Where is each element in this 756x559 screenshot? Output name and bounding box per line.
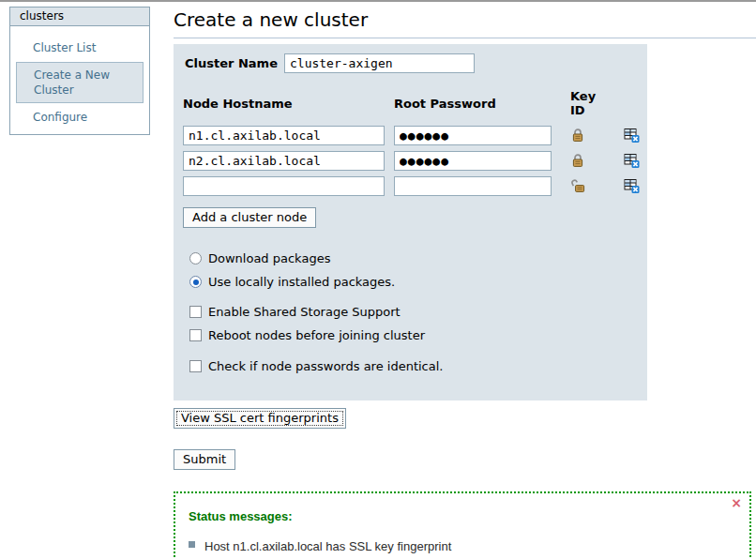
cluster-name-input[interactable] <box>284 53 475 73</box>
checkbox-row-reboot-nodes: Reboot nodes before joining cluster <box>189 328 647 342</box>
main-content: Create a new cluster Cluster Name Node H… <box>174 2 756 559</box>
delete-row-icon[interactable] <box>624 178 652 194</box>
status-message: Host n1.cl.axilab.local has SSL key fing… <box>189 536 736 559</box>
node-hostname-input[interactable] <box>183 151 385 171</box>
options-checkbox-group: Enable Shared Storage Support Reboot nod… <box>189 305 647 373</box>
sidebar-item-configure[interactable]: Configure <box>10 107 149 128</box>
sidebar-item-create-new-cluster[interactable]: Create a New Cluster <box>16 62 144 103</box>
lock-closed-icon <box>561 128 614 144</box>
checkbox-shared-storage[interactable] <box>189 306 202 318</box>
node-hostname-input[interactable] <box>183 176 385 196</box>
radio-use-local-packages[interactable] <box>189 276 202 288</box>
cluster-name-row: Cluster Name <box>183 53 647 73</box>
radio-label: Download packages <box>208 251 330 265</box>
checkbox-row-shared-storage: Enable Shared Storage Support <box>189 305 647 319</box>
radio-label: Use locally installed packages. <box>208 275 395 289</box>
close-icon[interactable]: × <box>731 496 742 509</box>
checkbox-label: Enable Shared Storage Support <box>208 305 401 319</box>
radio-row-download-packages: Download packages <box>189 251 647 265</box>
checkbox-row-check-passwords: Check if node passwords are identical. <box>189 359 647 373</box>
bullet-icon <box>189 541 195 548</box>
create-cluster-form-panel: Cluster Name Node Hostname Root Password… <box>174 44 647 400</box>
checkbox-label: Check if node passwords are identical. <box>208 359 443 373</box>
sidebar-header: clusters <box>10 8 149 26</box>
page-title: Create a new cluster <box>174 8 756 38</box>
delete-row-icon[interactable] <box>624 153 652 169</box>
col-header-root-password: Root Password <box>394 97 552 113</box>
checkbox-label: Reboot nodes before joining cluster <box>208 328 425 342</box>
status-title: Status messages: <box>189 509 736 523</box>
root-password-input[interactable] <box>394 176 552 196</box>
radio-row-use-local-packages: Use locally installed packages. <box>189 275 647 289</box>
package-option-group: Download packages Use locally installed … <box>189 251 647 289</box>
add-cluster-node-button[interactable]: Add a cluster node <box>183 207 316 228</box>
checkbox-check-passwords[interactable] <box>189 360 202 372</box>
delete-row-icon[interactable] <box>624 128 652 144</box>
lock-closed-icon <box>561 153 614 170</box>
root-password-input[interactable] <box>394 126 552 145</box>
status-message-text: Host n1.cl.axilab.local has SSL key fing… <box>204 536 558 559</box>
col-header-node-hostname: Node Hostname <box>183 97 385 113</box>
status-messages-box: × Status messages: Host n1.cl.axilab.loc… <box>174 491 751 559</box>
col-header-spacer <box>624 103 652 106</box>
view-ssl-cert-fingerprints-button[interactable]: View SSL cert fingerprints <box>174 408 346 429</box>
checkbox-reboot-nodes[interactable] <box>189 329 202 341</box>
page: clusters Cluster List Create a New Clust… <box>0 0 756 559</box>
node-hostname-input[interactable] <box>183 126 385 145</box>
sidebar-links: Cluster List Create a New Cluster Config… <box>10 26 149 128</box>
col-header-key-id: Key ID <box>561 89 614 120</box>
root-password-input[interactable] <box>394 151 552 171</box>
radio-download-packages[interactable] <box>189 252 202 264</box>
cluster-name-label: Cluster Name <box>185 56 278 70</box>
status-message-list: Host n1.cl.axilab.local has SSL key fing… <box>189 536 736 559</box>
sidebar-item-cluster-list[interactable]: Cluster List <box>10 38 149 58</box>
sidebar: clusters Cluster List Create a New Clust… <box>9 7 150 135</box>
node-table: Node Hostname Root Password Key ID <box>183 89 647 196</box>
lock-open-icon <box>561 178 614 195</box>
status-message-line1: Host n1.cl.axilab.local has SSL key fing… <box>204 539 451 553</box>
submit-button[interactable]: Submit <box>174 449 235 470</box>
